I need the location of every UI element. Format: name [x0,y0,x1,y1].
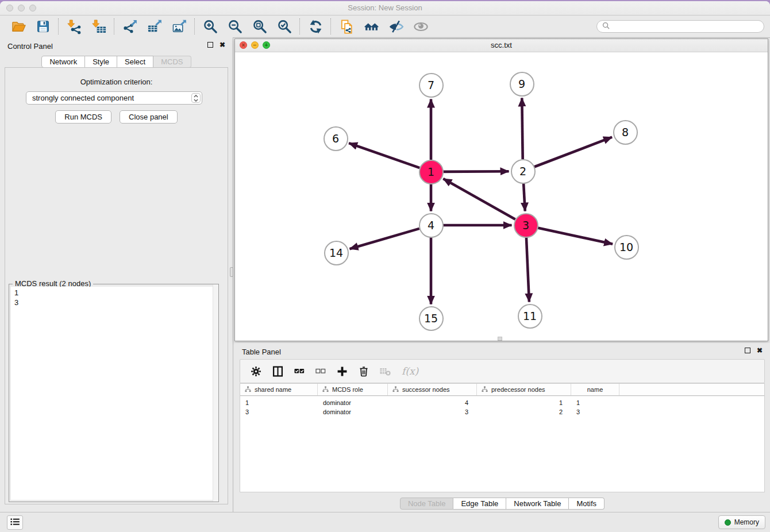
column-header-label: successor nodes [402,386,450,393]
columns-button[interactable] [272,366,283,377]
edge-3-11[interactable] [526,237,529,302]
node-3[interactable]: 3 [514,213,538,238]
criterion-select[interactable]: strongly connected component [26,91,202,105]
node-8[interactable]: 8 [613,120,638,145]
memory-button[interactable]: Memory [718,515,765,529]
main-toolbar-groups [3,18,436,35]
edge-3-10[interactable] [538,228,613,244]
maximize-window-icon[interactable] [29,5,36,11]
tab-network[interactable]: Network [41,56,85,68]
run-mcds-button[interactable]: Run MCDS [55,110,111,124]
toolbar-group [115,18,194,35]
tab-mcds[interactable]: MCDS [153,56,191,68]
float-table-panel-icon[interactable] [745,348,750,353]
tab-style[interactable]: Style [85,56,117,68]
edge-1-2[interactable] [443,171,509,172]
edge-2-8[interactable] [534,137,613,167]
node-1[interactable]: 1 [419,160,444,184]
node-6[interactable]: 6 [324,126,348,151]
import-network-icon [67,19,82,34]
task-history-button[interactable] [7,515,23,530]
column-header-label: MCDS role [332,386,363,393]
column-header-name[interactable]: name [571,384,619,395]
deselect-all-button[interactable] [315,366,326,376]
window-title: Session: New Session [0,1,770,15]
delete-table-button [380,367,391,376]
close-table-panel-icon[interactable] [757,348,763,353]
refresh-button[interactable] [307,18,324,35]
tab-select[interactable]: Select [117,56,153,68]
node-4[interactable]: 4 [419,213,444,238]
table-tabs: Node TableEdge TableNetwork TableMotifs [234,498,770,510]
cell-name: 3 [571,408,619,415]
network-canvas[interactable]: 7968124314101511 [235,52,768,341]
tab-network-table[interactable]: Network Table [506,498,569,510]
node-11[interactable]: 11 [518,304,542,329]
tab-edge-table[interactable]: Edge Table [453,498,506,510]
node-15[interactable]: 15 [419,306,444,331]
close-window-icon[interactable] [6,5,13,11]
home-button[interactable] [363,18,380,35]
column-header-mcds-role[interactable]: MCDS role [318,384,388,395]
export-network-button[interactable] [121,18,138,35]
close-panel-icon[interactable] [220,42,225,48]
node-2[interactable]: 2 [511,159,536,184]
export-table-icon [147,19,163,34]
minimize-view-icon[interactable] [251,41,259,49]
float-panel-icon[interactable] [207,42,213,48]
zoom-fit-button[interactable] [251,18,268,35]
import-table-button[interactable] [90,18,107,35]
node-9[interactable]: 9 [510,72,534,97]
table-row[interactable]: 3dominator323 [240,407,764,417]
cell-predecessor-nodes: 2 [477,408,571,415]
search-input[interactable] [613,22,759,31]
cell-predecessor-nodes: 1 [477,399,571,406]
select-all-button[interactable] [294,366,305,376]
table-panel: Table Panel f(x) shared nameMCDS rolesuc… [234,343,770,512]
view-resize-handle[interactable] [498,337,502,341]
close-view-icon[interactable] [240,41,247,49]
network-view-title: scc.txt [235,39,768,52]
main-toolbar [0,16,770,38]
export-image-button[interactable] [171,18,188,35]
tab-motifs[interactable]: Motifs [569,498,605,510]
table-panel-title: Table Panel [242,348,281,356]
open-file-button[interactable] [10,18,27,35]
add-row-button[interactable] [337,366,348,377]
edge-2-9[interactable] [522,98,522,160]
edge-1-6[interactable] [349,143,419,168]
column-header-shared-name[interactable]: shared name [240,384,318,395]
result-scrollbar[interactable] [213,284,218,502]
export-table-button[interactable] [146,18,163,35]
node-10[interactable]: 10 [614,235,639,260]
network-window-titlebar[interactable]: scc.txt [235,39,768,52]
column-header-predecessor-nodes[interactable]: predecessor nodes [477,384,571,395]
status-bar: Memory [0,512,770,532]
network-window-controls [240,41,270,49]
import-network-button[interactable] [66,18,83,35]
zoom-selected-button[interactable] [276,18,293,35]
edge-3-1[interactable] [443,179,515,219]
panel-divider-handle[interactable] [230,267,233,277]
hide-details-button[interactable] [387,18,405,35]
search-box[interactable] [596,20,764,33]
node-14[interactable]: 14 [324,241,349,265]
tab-node-table[interactable]: Node Table [400,498,454,510]
edge-4-14[interactable] [350,229,419,249]
delete-row-button[interactable] [359,366,369,377]
show-details-button[interactable] [412,18,429,35]
maximize-view-icon[interactable] [263,41,270,49]
table-row[interactable]: 1dominator411 [240,398,764,407]
control-panel-window-buttons [207,42,225,48]
close-panel-button[interactable]: Close panel [120,110,178,124]
column-header-successor-nodes[interactable]: successor nodes [388,384,477,395]
gear-button[interactable] [251,366,261,377]
save-session-button[interactable] [34,18,52,35]
tree-icon [245,386,251,394]
edge-2-3[interactable] [523,183,525,211]
zoom-in-button[interactable] [202,18,219,35]
node-7[interactable]: 7 [419,73,444,98]
clone-network-button[interactable] [338,18,355,35]
zoom-out-button[interactable] [226,18,244,35]
minimize-window-icon[interactable] [18,5,25,11]
